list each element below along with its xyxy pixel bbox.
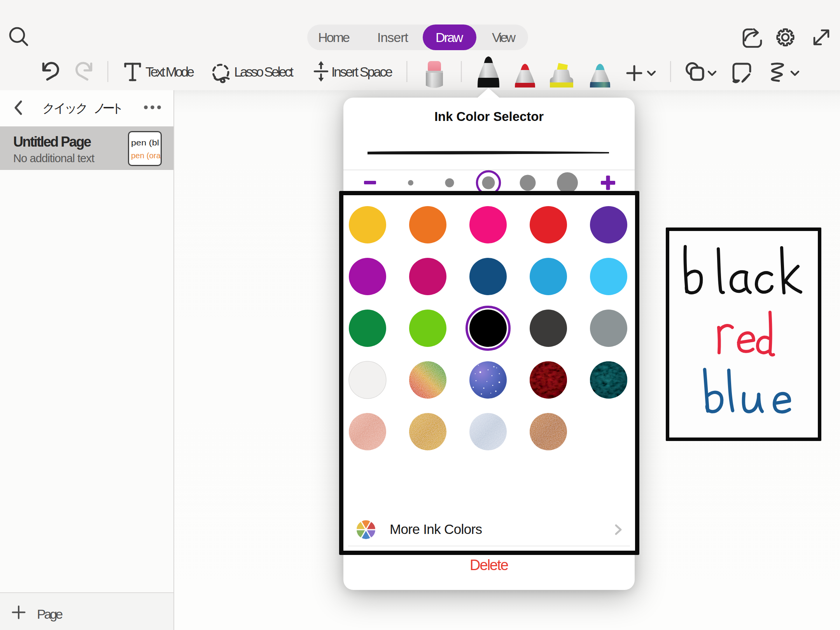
svg-text:Lasso Select: Lasso Select: [234, 64, 294, 79]
svg-text:ノート: ノート: [93, 101, 124, 115]
svg-text:Delete: Delete: [470, 557, 509, 573]
svg-text:More Ink Colors: More Ink Colors: [390, 522, 482, 537]
svg-text:pen (ora: pen (ora: [131, 151, 161, 160]
svg-text:No additional text: No additional text: [13, 152, 94, 164]
svg-text:クイック: クイック: [42, 101, 88, 115]
svg-text:Untitled Page: Untitled Page: [13, 134, 91, 150]
svg-text:pen (bl: pen (bl: [131, 138, 159, 147]
svg-text:Text Mode: Text Mode: [145, 64, 194, 79]
svg-text:Insert Space: Insert Space: [331, 64, 393, 79]
svg-text:Ink Color Selector: Ink Color Selector: [434, 109, 544, 124]
svg-text:Page: Page: [37, 607, 63, 621]
